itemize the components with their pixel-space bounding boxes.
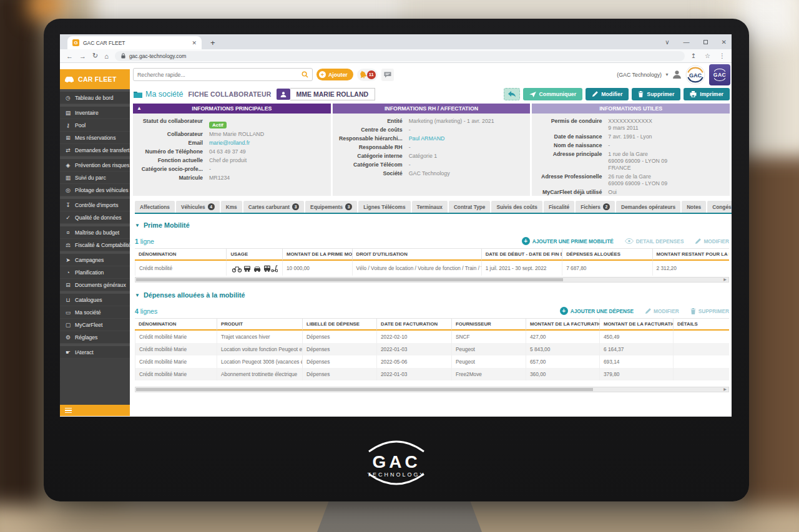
tab-affectations[interactable]: Affectations <box>135 201 175 213</box>
tab-notes[interactable]: Notes <box>682 201 706 213</box>
window-chevron-icon[interactable]: ∨ <box>665 39 669 46</box>
panel-informations-utiles: INFORMATIONS UTILES Permis de conduireXX… <box>532 104 730 196</box>
account-menu[interactable]: (GAC Technology) ▼ <box>617 70 682 79</box>
bus-icon <box>264 266 270 272</box>
depenses-section-header[interactable]: ▼ Dépenses allouées à la mobilité <box>135 291 729 299</box>
scroll-right-arrow[interactable]: ▶ <box>722 278 728 282</box>
scrollbar-thumb[interactable] <box>136 388 593 391</box>
collapse-icon[interactable]: ▲ <box>137 104 142 114</box>
tab-cartes-carburant[interactable]: Cartes carburant3 <box>243 201 304 213</box>
row-count: 4 lignes <box>135 307 157 315</box>
tab-kms[interactable]: Kms <box>221 201 242 213</box>
collaborator-icon <box>277 89 290 100</box>
address-bar[interactable]: gac.gac-technology.com <box>115 51 685 61</box>
sidebar-item-campagnes[interactable]: ➤Campagnes <box>60 254 130 266</box>
tab-fiscalite[interactable]: Fiscalité <box>544 201 574 213</box>
reload-icon[interactable]: ↻ <box>92 52 98 60</box>
sidebar-item-mes-reservations[interactable]: ⊞Mes réservations <box>60 132 130 144</box>
tab-terminaux[interactable]: Terminaux <box>412 201 448 213</box>
quick-search[interactable] <box>133 68 313 81</box>
table-row[interactable]: Crédit mobilité Marie <box>135 355 217 368</box>
delete-depense-button[interactable]: SUPPRIMER <box>690 308 729 314</box>
record-header: Ma société FICHE COLLABORATEUR MME MARIE… <box>130 86 732 102</box>
browser-menu-icon[interactable]: ⋮ <box>719 52 725 59</box>
gac-round-logo: GAC <box>685 65 705 85</box>
tab-lignes-telecoms[interactable]: Lignes Télécoms <box>358 201 410 213</box>
sidebar-item-maitrise-du-budget[interactable]: ¤Maîtrise du budget <box>60 226 130 239</box>
email-link[interactable]: marie@rolland.fr <box>209 140 326 147</box>
share-icon[interactable]: ↥ <box>691 52 696 59</box>
back-icon[interactable]: ← <box>66 52 73 60</box>
app-topbar: + Ajouter 11 (GAC Technology) ▼ <box>130 63 732 86</box>
sidebar-item-pool[interactable]: ⚷Pool <box>60 119 130 132</box>
new-tab-button[interactable]: + <box>210 38 215 47</box>
modify-depense-button[interactable]: MODIFIER <box>645 308 679 314</box>
sidebar-item-reglages[interactable]: ⚙Réglages <box>60 331 130 344</box>
tab-vehicules[interactable]: Véhicules4 <box>176 201 220 213</box>
scroll-right-arrow[interactable]: ▶ <box>722 387 728 392</box>
forward-icon[interactable]: → <box>79 52 86 60</box>
delete-button[interactable]: Supprimer <box>632 88 680 100</box>
chat-button[interactable] <box>381 69 394 81</box>
window-close-icon[interactable]: ✕ <box>722 39 727 46</box>
sidebar-item-planification[interactable]: ◔Planification <box>60 266 130 279</box>
detail-depenses-button[interactable]: DETAIL DEPENSES <box>625 238 684 244</box>
print-button[interactable]: Imprimer <box>684 88 730 100</box>
tab-conges[interactable]: Congés1 <box>707 201 732 213</box>
sidebar-item-mycarfleet[interactable]: ▢MyCarFleet <box>60 319 130 331</box>
steering-wheel-icon: ◎ <box>64 187 72 193</box>
folder-icon: ▭ <box>64 309 72 316</box>
sidebar-item-qualite-de-donnees[interactable]: ✓Qualité de données <box>60 211 130 224</box>
sidebar-item-catalogues[interactable]: ⊔Catalogues <box>60 294 130 306</box>
sidebar-item-inventaire[interactable]: ▤Inventaire <box>60 107 130 119</box>
table-row[interactable]: Crédit mobilité Marie <box>135 331 217 343</box>
sidebar-item-tableau-de-bord[interactable]: ◷Tableau de bord <box>60 92 130 104</box>
sidebar-item-demandes-de-transfert[interactable]: ⇄Demandes de transfert <box>60 144 130 157</box>
add-depense-button[interactable]: +AJOUTER UNE DÉPENSE <box>560 307 634 315</box>
add-prime-mobilite-button[interactable]: +AJOUTER UNE PRIME MOBILITÉ <box>522 237 614 245</box>
tab-equipements[interactable]: Equipements3 <box>305 201 357 213</box>
tab-demandes-operateurs[interactable]: Demandes opérateurs <box>616 201 680 213</box>
scrollbar-thumb[interactable] <box>136 278 563 281</box>
sidebar-brand[interactable]: CAR FLEET <box>60 69 130 89</box>
sidebar-item-controle-dimports[interactable]: ↧Contrôle d'imports <box>60 199 130 211</box>
modify-button[interactable]: Modifier <box>586 88 629 100</box>
import-icon: ↧ <box>64 202 72 208</box>
browser-tab[interactable]: G GAC CAR FLEET ✕ <box>67 36 202 49</box>
tab-contrat-type[interactable]: Contrat Type <box>449 201 491 213</box>
prime-mobilite-section-header[interactable]: ▼ Prime Mobilité <box>135 221 729 229</box>
notifications-button[interactable]: 11 <box>357 69 378 81</box>
sidebar-collapse-button[interactable] <box>60 405 130 416</box>
sidebar-item-ma-societe[interactable]: ▭Ma société <box>60 306 130 319</box>
window-minimize-icon[interactable]: — <box>684 39 690 46</box>
horizontal-scrollbar[interactable]: ▶ <box>135 277 729 283</box>
manager-link[interactable]: Paul ARMAND <box>409 135 526 142</box>
sidebar-item-suivi-du-parc[interactable]: ▥Suivi du parc <box>60 172 130 184</box>
breadcrumb[interactable]: Ma société <box>134 90 183 99</box>
bookmark-star-icon[interactable]: ☆ <box>705 52 710 59</box>
tab-close-icon[interactable]: ✕ <box>192 40 197 46</box>
folder-icon <box>134 91 142 98</box>
sidebar-item-iateract[interactable]: ☛IAteract <box>60 346 130 359</box>
chat-bubble-icon <box>384 72 391 78</box>
table-row[interactable]: Crédit mobilité Marie <box>135 343 217 355</box>
sidebar-item-pilotage-des-vehicules[interactable]: ◎Pilotage des véhicules <box>60 184 130 196</box>
table-row[interactable]: Crédit mobilité Marie <box>135 368 217 380</box>
communicate-button[interactable]: Communiquer <box>523 88 583 100</box>
sidebar-item-fiscalite-comptabilite[interactable]: ⚖Fiscalité & Comptabilité <box>60 239 130 251</box>
home-icon[interactable]: ⌂ <box>104 52 109 60</box>
add-button[interactable]: + Ajouter <box>316 69 353 80</box>
search-input[interactable] <box>137 72 301 78</box>
sidebar-item-prevention-des-risques[interactable]: ◈Prévention des risques <box>60 159 130 172</box>
search-icon[interactable] <box>301 71 308 78</box>
sidebar-item-documents-generaux[interactable]: ⊟Documents généraux <box>60 279 130 291</box>
clock-icon: ◔ <box>64 269 72 276</box>
tab-suivis-des-couts[interactable]: Suivis des coûts <box>491 201 542 213</box>
table-row[interactable]: Crédit mobilité <box>135 261 226 276</box>
info-panels: ▲INFORMATIONS PRINCIPALES Statut du coll… <box>130 102 732 196</box>
tab-fichiers[interactable]: Fichiers2 <box>576 201 615 213</box>
modify-prime-button[interactable]: MODIFIER <box>695 238 729 244</box>
window-maximize-icon[interactable] <box>703 40 708 44</box>
horizontal-scrollbar[interactable]: ▶ <box>135 387 729 392</box>
return-button[interactable] <box>504 88 520 100</box>
